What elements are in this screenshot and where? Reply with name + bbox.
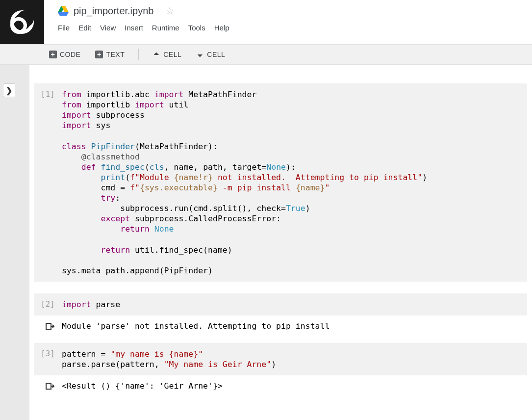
notebook-gutter (15, 65, 29, 420)
left-rail: ❯ (0, 65, 15, 420)
cell-prompt: [3] (34, 347, 62, 358)
add-text-label: TEXT (106, 51, 125, 58)
output-text: Module 'parse' not installed. Attempting… (62, 320, 527, 331)
toolbar-separator (138, 49, 139, 60)
code-cell: [3] pattern = "my name is {name}" parse.… (34, 343, 527, 391)
cell-down-label: CELL (207, 51, 225, 58)
code-cell-input[interactable]: [2] import parse (34, 293, 527, 315)
code-editor[interactable]: from importlib.abc import MetaPathFinder… (62, 87, 522, 278)
menu-tools[interactable]: Tools (188, 24, 205, 32)
cell-output: Module 'parse' not installed. Attempting… (34, 315, 527, 331)
plus-icon: + (95, 51, 103, 58)
output-icon[interactable] (34, 320, 62, 331)
output-icon[interactable] (34, 380, 62, 391)
drive-icon (58, 6, 69, 16)
code-cell: [2] import parse Module 'parse' not inst… (34, 293, 527, 331)
code-cell: [1] from importlib.abc import MetaPathFi… (34, 83, 527, 282)
notebook: [1] from importlib.abc import MetaPathFi… (29, 72, 532, 420)
menu-runtime[interactable]: Runtime (152, 24, 179, 32)
menu-insert[interactable]: Insert (125, 24, 143, 32)
plus-icon: + (49, 51, 57, 58)
svg-rect-4 (46, 383, 51, 389)
code-cell-input[interactable]: [1] from importlib.abc import MetaPathFi… (34, 83, 527, 282)
menu-view[interactable]: View (100, 24, 116, 32)
document-title[interactable]: pip_importer.ipynb (74, 5, 153, 17)
colab-logo-icon (10, 10, 34, 34)
add-code-cell-button[interactable]: + CODE (44, 49, 85, 60)
cell-prompt: [2] (34, 297, 62, 309)
cell-up-label: CELL (163, 51, 181, 58)
arrow-up-icon: 🞁 (152, 51, 160, 58)
toolbar: + CODE + TEXT 🞁 CELL 🞃 CELL (0, 44, 532, 65)
colab-logo (0, 0, 44, 44)
add-text-cell-button[interactable]: + TEXT (90, 49, 129, 60)
star-icon[interactable]: ☆ (165, 5, 174, 17)
menu-bar: File Edit View Insert Runtime Tools Help (58, 17, 532, 37)
menu-file[interactable]: File (58, 24, 70, 32)
code-editor[interactable]: pattern = "my name is {name}" parse.pars… (62, 347, 522, 371)
chevron-right-icon: ❯ (6, 86, 12, 95)
menu-help[interactable]: Help (214, 24, 229, 32)
code-cell-input[interactable]: [3] pattern = "my name is {name}" parse.… (34, 343, 527, 375)
svg-rect-3 (46, 323, 51, 329)
add-code-label: CODE (60, 51, 80, 58)
expand-sidebar-button[interactable]: ❯ (3, 83, 15, 97)
move-cell-down-button[interactable]: 🞃 CELL (191, 49, 230, 60)
svg-marker-2 (58, 12, 69, 16)
cell-prompt: [1] (34, 87, 62, 99)
output-text: <Result () {'name': 'Geir Arne'}> (62, 380, 527, 391)
menu-edit[interactable]: Edit (78, 24, 91, 32)
cell-output: <Result () {'name': 'Geir Arne'}> (34, 375, 527, 391)
header: pip_importer.ipynb ☆ File Edit View Inse… (0, 0, 532, 44)
code-editor[interactable]: import parse (62, 297, 522, 312)
arrow-down-icon: 🞃 (196, 51, 204, 58)
title-area: pip_importer.ipynb ☆ File Edit View Inse… (44, 0, 532, 37)
move-cell-up-button[interactable]: 🞁 CELL (148, 49, 186, 60)
main-area: ❯ [1] from importlib.abc import MetaPath… (0, 65, 532, 420)
